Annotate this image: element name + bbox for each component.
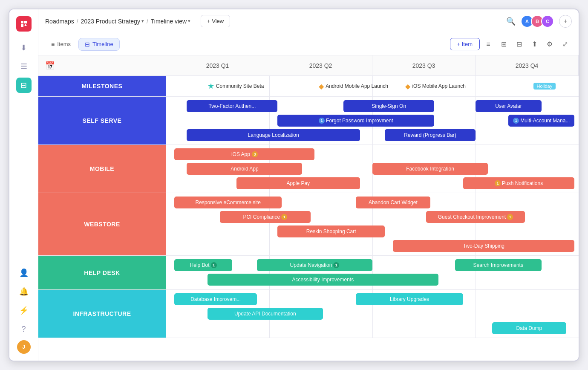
bar-data-dump[interactable]: Data Dump <box>492 322 566 334</box>
bar-facebook[interactable]: Facebook Integration <box>372 163 488 175</box>
infrastructure-section: INFRASTRUCTURE Database Improvem... Libr… <box>38 290 579 338</box>
sidebar-person-icon[interactable]: 👤 <box>16 265 32 280</box>
add-item-button[interactable]: + Item <box>450 38 480 50</box>
bar-abandon-cart[interactable]: Abandon Cart Widget <box>356 197 430 208</box>
sidebar-help-icon[interactable]: ? <box>16 321 32 337</box>
bar-user-avatar[interactable]: User Avatar <box>476 100 542 112</box>
bar-pci[interactable]: PCI Compliance 1 <box>220 211 311 223</box>
webstore-row-2: PCI Compliance 1 Guest Checkout Improvem… <box>166 211 579 223</box>
mobile-row-2: Android App Facebook Integration <box>166 163 579 175</box>
bar-responsive[interactable]: Responsive eCommerce site <box>174 197 282 208</box>
mobile-row-1: iOS App 3 <box>166 148 579 160</box>
bar-library[interactable]: Library Upgrades <box>356 293 463 305</box>
bar-guest-checkout[interactable]: Guest Checkout Improvement 1 <box>426 211 525 223</box>
user-avatar[interactable]: J <box>17 340 31 354</box>
breadcrumb-view[interactable]: Timeline view ▾ <box>151 18 190 25</box>
breadcrumb-strategy[interactable]: 2023 Product Strategy ▾ <box>81 18 144 25</box>
milestones-section: MILESTONES ★ Community Site Beta ◆ Andro… <box>38 76 579 97</box>
help-desk-section: HELP DESK Help Bot 1 Update Navigation <box>38 256 579 290</box>
milestone-community[interactable]: ★ Community Site Beta <box>208 81 264 91</box>
tab-timeline[interactable]: ⊟ Timeline <box>78 38 120 51</box>
help-desk-label: HELP DESK <box>38 256 166 289</box>
bar-android-app[interactable]: Android App <box>187 163 302 175</box>
fullscreen-icon[interactable]: ⤢ <box>558 38 572 51</box>
diamond-icon-1: ◆ <box>319 82 324 90</box>
app-logo[interactable] <box>16 16 32 32</box>
star-icon: ★ <box>208 81 214 91</box>
badge-2: 1 <box>513 118 519 124</box>
help-desk-bars: Help Bot 1 Update Navigation 1 Search Im… <box>166 256 579 289</box>
filter-icon[interactable]: ≡ <box>481 38 495 51</box>
export-icon[interactable]: ⬆ <box>527 38 541 51</box>
infra-row-3: Data Dump <box>166 322 579 334</box>
webstore-label: WEBSTORE <box>38 193 166 255</box>
breadcrumb-roadmaps[interactable]: Roadmaps <box>45 18 74 25</box>
infrastructure-label: INFRASTRUCTURE <box>38 290 166 338</box>
webstore-section: WEBSTORE Responsive eCommerce site Aband… <box>38 193 579 256</box>
bar-api-docs[interactable]: Update API Documentation <box>208 308 323 320</box>
bar-sso[interactable]: Single-Sign On <box>343 100 434 112</box>
badge-helpbot: 1 <box>211 262 217 268</box>
bar-help-bot[interactable]: Help Bot 1 <box>174 259 232 271</box>
self-serve-label: SELF SERVE <box>38 97 166 145</box>
bar-accessibility[interactable]: Accessibility Improvements <box>208 274 438 286</box>
self-serve-section: SELF SERVE Two-Factor Authen... Single-S… <box>38 97 579 145</box>
q2-header: 2023 Q2 <box>269 55 372 75</box>
sidebar-roadmap-icon[interactable]: ⊟ <box>16 78 32 93</box>
main-content: Roadmaps / 2023 Product Strategy ▾ / Tim… <box>38 9 579 361</box>
header-right: 🔍 A B C + <box>506 15 572 28</box>
milestone-ios[interactable]: ◆ iOS Mobile App Launch <box>405 82 465 90</box>
timeline-header: 📅 2023 Q1 2023 Q2 2023 Q3 2023 Q4 <box>38 55 579 76</box>
help-desk-row-2: Accessibility Improvements <box>166 274 579 286</box>
calendar-icon: 📅 <box>45 61 55 70</box>
mobile-label: MOBILE <box>38 145 166 193</box>
header: Roadmaps / 2023 Product Strategy ▾ / Tim… <box>38 9 579 33</box>
bar-update-nav[interactable]: Update Navigation 1 <box>257 259 372 271</box>
add-view-button[interactable]: + View <box>201 15 230 27</box>
q4-header: 2023 Q4 <box>476 55 579 75</box>
sidebar-download-icon[interactable]: ⬇ <box>16 40 32 55</box>
quarter-headers: 2023 Q1 2023 Q2 2023 Q3 2023 Q4 <box>166 55 579 75</box>
bar-forgot-password[interactable]: 1 Forgot Password Improvment <box>277 115 434 127</box>
items-icon: ≡ <box>51 41 55 48</box>
badge-ios: 3 <box>252 151 258 157</box>
sidebar-bell-icon[interactable]: 🔔 <box>16 284 32 299</box>
header-label-col: 📅 <box>38 55 166 75</box>
sidebar-list-icon[interactable]: ☰ <box>16 59 32 74</box>
mobile-row-3: Apple Pay 1 Push Notifications <box>166 177 579 189</box>
infrastructure-bars: Database Improvem... Library Upgrades Up… <box>166 290 579 338</box>
settings-icon[interactable]: ⚙ <box>543 38 556 51</box>
bar-database[interactable]: Database Improvem... <box>174 293 257 305</box>
bar-two-factor[interactable]: Two-Factor Authen... <box>187 100 277 112</box>
milestone-android[interactable]: ◆ Android Mobile App Launch <box>319 82 388 90</box>
mobile-section: MOBILE iOS App 3 <box>38 145 579 193</box>
webstore-row-1: Responsive eCommerce site Abandon Cart W… <box>166 197 579 208</box>
bar-two-day[interactable]: Two-Day Shipping <box>393 240 574 252</box>
bar-push-notifications[interactable]: 1 Push Notifications <box>463 177 574 189</box>
bar-ios-app[interactable]: iOS App 3 <box>174 148 314 160</box>
sidebar-lightning-icon[interactable]: ⚡ <box>16 303 32 318</box>
milestones-label: MILESTONES <box>38 76 166 96</box>
bar-language[interactable]: Language Localization <box>187 129 360 141</box>
bar-search-improvements[interactable]: Search Improvements <box>455 259 542 271</box>
badge-guest: 1 <box>507 214 513 220</box>
bar-apple-pay[interactable]: Apple Pay <box>236 177 360 189</box>
columns-icon[interactable]: ⊟ <box>512 38 526 51</box>
self-serve-bars: Two-Factor Authen... Single-Sign On User… <box>166 97 579 145</box>
badge-push: 1 <box>495 180 501 186</box>
breadcrumb: Roadmaps / 2023 Product Strategy ▾ / Tim… <box>45 18 190 25</box>
q3-divider <box>476 76 476 96</box>
milestone-holiday[interactable]: Holiday <box>533 83 556 90</box>
bar-reskin[interactable]: Reskin Shopping Cart <box>277 225 385 237</box>
add-member-button[interactable]: + <box>559 15 572 28</box>
bar-reward[interactable]: Reward (Progress Bar) <box>385 129 476 141</box>
bar-multi-account[interactable]: 1 Multi-Account Mana... <box>508 115 574 127</box>
self-serve-row-2: 1 Forgot Password Improvment 1 Multi-Acc… <box>166 115 579 127</box>
search-icon[interactable]: 🔍 <box>506 17 516 26</box>
webstore-row-4: Two-Day Shipping <box>166 240 579 252</box>
group-icon[interactable]: ⊞ <box>497 38 510 51</box>
avatar-3[interactable]: C <box>541 15 554 28</box>
badge-1: 1 <box>319 118 325 124</box>
timeline-area: 📅 2023 Q1 2023 Q2 2023 Q3 2023 Q4 MILEST… <box>38 55 579 361</box>
tab-items[interactable]: ≡ Items <box>45 38 77 50</box>
